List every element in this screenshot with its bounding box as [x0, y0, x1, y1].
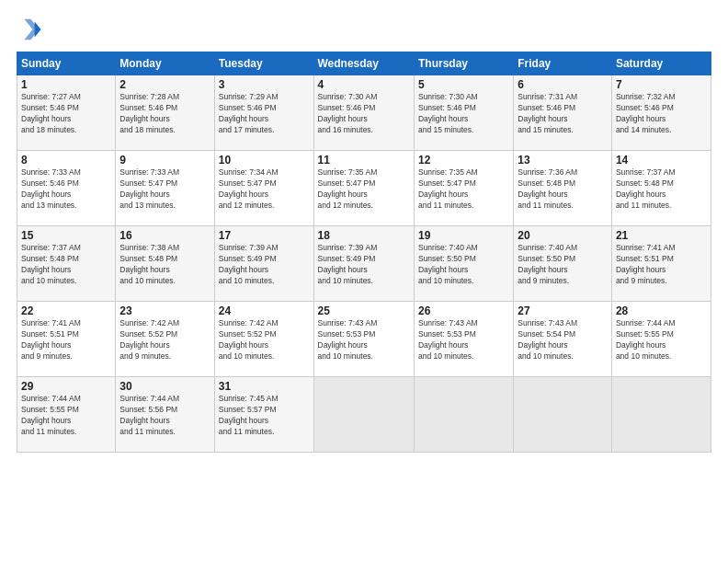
day-number: 15 — [21, 229, 111, 242]
calendar-cell-3-3: 25 Sunrise: 7:43 AMSunset: 5:53 PMDaylig… — [313, 302, 414, 377]
day-info: Sunrise: 7:39 AMSunset: 5:49 PMDaylight … — [318, 243, 410, 287]
calendar-cell-0-1: 2 Sunrise: 7:28 AMSunset: 5:46 PMDayligh… — [116, 75, 214, 151]
day-info: Sunrise: 7:43 AMSunset: 5:54 PMDaylight … — [518, 318, 608, 362]
day-number: 4 — [318, 78, 410, 91]
page: SundayMondayTuesdayWednesdayThursdayFrid… — [0, 0, 728, 563]
day-number: 24 — [219, 304, 310, 317]
day-info: Sunrise: 7:44 AMSunset: 5:55 PMDaylight … — [21, 394, 111, 438]
day-number: 27 — [518, 304, 608, 317]
calendar-cell-1-0: 8 Sunrise: 7:33 AMSunset: 5:46 PMDayligh… — [17, 151, 116, 226]
day-info: Sunrise: 7:43 AMSunset: 5:53 PMDaylight … — [418, 318, 509, 362]
day-info: Sunrise: 7:41 AMSunset: 5:51 PMDaylight … — [21, 318, 111, 362]
calendar-cell-4-2: 31 Sunrise: 7:45 AMSunset: 5:57 PMDaylig… — [214, 377, 313, 453]
calendar-cell-2-3: 18 Sunrise: 7:39 AMSunset: 5:49 PMDaylig… — [313, 226, 414, 302]
day-info: Sunrise: 7:41 AMSunset: 5:51 PMDaylight … — [616, 243, 707, 287]
day-info: Sunrise: 7:39 AMSunset: 5:49 PMDaylight … — [219, 243, 310, 287]
calendar-header-friday: Friday — [514, 52, 612, 75]
day-number: 7 — [616, 78, 707, 91]
calendar-cell-2-2: 17 Sunrise: 7:39 AMSunset: 5:49 PMDaylig… — [214, 226, 313, 302]
day-number: 18 — [318, 229, 410, 242]
calendar-header-monday: Monday — [116, 52, 214, 75]
day-info: Sunrise: 7:30 AMSunset: 5:46 PMDaylight … — [318, 92, 410, 136]
day-number: 22 — [21, 304, 111, 317]
calendar-cell-2-6: 21 Sunrise: 7:41 AMSunset: 5:51 PMDaylig… — [611, 226, 711, 302]
day-number: 12 — [418, 154, 509, 167]
calendar-cell-4-6 — [611, 377, 711, 453]
day-number: 16 — [119, 229, 210, 242]
day-number: 5 — [418, 78, 509, 91]
day-info: Sunrise: 7:42 AMSunset: 5:52 PMDaylight … — [119, 318, 210, 362]
day-number: 26 — [418, 304, 509, 317]
calendar-cell-3-2: 24 Sunrise: 7:42 AMSunset: 5:52 PMDaylig… — [214, 302, 313, 377]
calendar-header-sunday: Sunday — [17, 52, 116, 75]
calendar-cell-0-3: 4 Sunrise: 7:30 AMSunset: 5:46 PMDayligh… — [313, 75, 414, 151]
logo — [17, 17, 46, 42]
day-info: Sunrise: 7:44 AMSunset: 5:55 PMDaylight … — [616, 318, 707, 362]
day-info: Sunrise: 7:35 AMSunset: 5:47 PMDaylight … — [318, 167, 410, 212]
day-info: Sunrise: 7:27 AMSunset: 5:46 PMDaylight … — [21, 92, 111, 136]
calendar-cell-1-5: 13 Sunrise: 7:36 AMSunset: 5:48 PMDaylig… — [514, 151, 612, 226]
calendar-cell-4-5 — [514, 377, 612, 453]
day-info: Sunrise: 7:44 AMSunset: 5:56 PMDaylight … — [119, 394, 210, 438]
calendar-cell-3-6: 28 Sunrise: 7:44 AMSunset: 5:55 PMDaylig… — [611, 302, 711, 377]
day-info: Sunrise: 7:35 AMSunset: 5:47 PMDaylight … — [418, 167, 509, 212]
calendar-cell-4-1: 30 Sunrise: 7:44 AMSunset: 5:56 PMDaylig… — [116, 377, 214, 453]
day-number: 3 — [219, 78, 310, 91]
calendar-cell-4-4 — [414, 377, 513, 453]
day-info: Sunrise: 7:42 AMSunset: 5:52 PMDaylight … — [219, 318, 310, 362]
day-info: Sunrise: 7:33 AMSunset: 5:47 PMDaylight … — [119, 167, 210, 212]
calendar-cell-0-6: 7 Sunrise: 7:32 AMSunset: 5:46 PMDayligh… — [611, 75, 711, 151]
day-number: 9 — [119, 154, 210, 167]
calendar-week-4: 29 Sunrise: 7:44 AMSunset: 5:55 PMDaylig… — [17, 377, 711, 453]
day-number: 10 — [219, 154, 310, 167]
calendar-cell-4-0: 29 Sunrise: 7:44 AMSunset: 5:55 PMDaylig… — [17, 377, 116, 453]
day-info: Sunrise: 7:29 AMSunset: 5:46 PMDaylight … — [219, 92, 310, 136]
calendar-table: SundayMondayTuesdayWednesdayThursdayFrid… — [17, 52, 711, 453]
day-number: 28 — [616, 304, 707, 317]
calendar-week-0: 1 Sunrise: 7:27 AMSunset: 5:46 PMDayligh… — [17, 75, 711, 151]
day-number: 31 — [219, 380, 310, 393]
calendar-header-row: SundayMondayTuesdayWednesdayThursdayFrid… — [17, 52, 711, 75]
calendar-header-wednesday: Wednesday — [313, 52, 414, 75]
day-number: 6 — [518, 78, 608, 91]
calendar-cell-3-1: 23 Sunrise: 7:42 AMSunset: 5:52 PMDaylig… — [116, 302, 214, 377]
calendar-week-3: 22 Sunrise: 7:41 AMSunset: 5:51 PMDaylig… — [17, 302, 711, 377]
day-number: 19 — [418, 229, 509, 242]
calendar-cell-3-4: 26 Sunrise: 7:43 AMSunset: 5:53 PMDaylig… — [414, 302, 513, 377]
day-info: Sunrise: 7:37 AMSunset: 5:48 PMDaylight … — [616, 167, 707, 212]
calendar-cell-2-0: 15 Sunrise: 7:37 AMSunset: 5:48 PMDaylig… — [17, 226, 116, 302]
calendar-cell-1-4: 12 Sunrise: 7:35 AMSunset: 5:47 PMDaylig… — [414, 151, 513, 226]
calendar-cell-2-5: 20 Sunrise: 7:40 AMSunset: 5:50 PMDaylig… — [514, 226, 612, 302]
day-info: Sunrise: 7:40 AMSunset: 5:50 PMDaylight … — [518, 243, 608, 287]
day-info: Sunrise: 7:34 AMSunset: 5:47 PMDaylight … — [219, 167, 310, 212]
day-info: Sunrise: 7:37 AMSunset: 5:48 PMDaylight … — [21, 243, 111, 287]
day-number: 25 — [318, 304, 410, 317]
calendar-cell-1-3: 11 Sunrise: 7:35 AMSunset: 5:47 PMDaylig… — [313, 151, 414, 226]
day-info: Sunrise: 7:30 AMSunset: 5:46 PMDaylight … — [418, 92, 509, 136]
day-info: Sunrise: 7:38 AMSunset: 5:48 PMDaylight … — [119, 243, 210, 287]
day-info: Sunrise: 7:32 AMSunset: 5:46 PMDaylight … — [616, 92, 707, 136]
calendar-cell-1-1: 9 Sunrise: 7:33 AMSunset: 5:47 PMDayligh… — [116, 151, 214, 226]
day-number: 13 — [518, 154, 608, 167]
calendar-cell-1-6: 14 Sunrise: 7:37 AMSunset: 5:48 PMDaylig… — [611, 151, 711, 226]
calendar-header-tuesday: Tuesday — [214, 52, 313, 75]
day-number: 1 — [21, 78, 111, 91]
day-number: 14 — [616, 154, 707, 167]
calendar-cell-0-4: 5 Sunrise: 7:30 AMSunset: 5:46 PMDayligh… — [414, 75, 513, 151]
day-info: Sunrise: 7:33 AMSunset: 5:46 PMDaylight … — [21, 167, 111, 212]
logo-icon — [17, 17, 42, 42]
calendar-cell-3-0: 22 Sunrise: 7:41 AMSunset: 5:51 PMDaylig… — [17, 302, 116, 377]
day-info: Sunrise: 7:43 AMSunset: 5:53 PMDaylight … — [318, 318, 410, 362]
day-info: Sunrise: 7:36 AMSunset: 5:48 PMDaylight … — [518, 167, 608, 212]
day-number: 2 — [119, 78, 210, 91]
day-number: 23 — [119, 304, 210, 317]
day-info: Sunrise: 7:28 AMSunset: 5:46 PMDaylight … — [119, 92, 210, 136]
day-info: Sunrise: 7:45 AMSunset: 5:57 PMDaylight … — [219, 394, 310, 438]
calendar-cell-2-1: 16 Sunrise: 7:38 AMSunset: 5:48 PMDaylig… — [116, 226, 214, 302]
calendar-cell-0-0: 1 Sunrise: 7:27 AMSunset: 5:46 PMDayligh… — [17, 75, 116, 151]
svg-marker-1 — [24, 19, 39, 40]
day-number: 8 — [21, 154, 111, 167]
calendar-cell-4-3 — [313, 377, 414, 453]
day-info: Sunrise: 7:40 AMSunset: 5:50 PMDaylight … — [418, 243, 509, 287]
calendar-cell-0-2: 3 Sunrise: 7:29 AMSunset: 5:46 PMDayligh… — [214, 75, 313, 151]
